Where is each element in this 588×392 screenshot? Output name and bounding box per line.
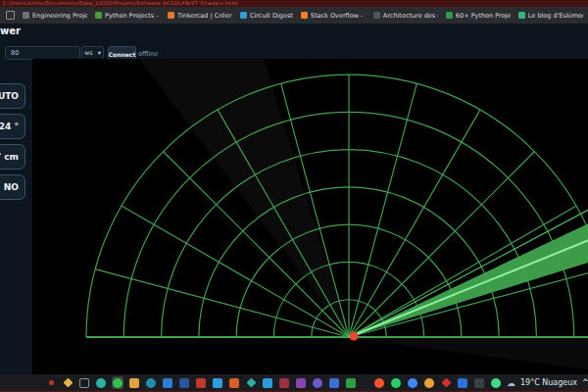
- connect-label: Connect: [109, 51, 136, 58]
- outlook-icon[interactable]: [162, 376, 173, 389]
- weather-cloud-icon[interactable]: ☁: [507, 378, 515, 388]
- bookmark-label: Python Projects - Be...: [105, 12, 160, 20]
- brave-icon[interactable]: [373, 376, 385, 389]
- bookmark-label: Engineering Projects: [32, 12, 87, 20]
- green-dot-icon[interactable]: [490, 376, 502, 389]
- edge-sphere-icon[interactable]: [95, 376, 107, 389]
- bookmark-label: Le blog d'Eskimon: [528, 12, 583, 20]
- ubuntu-icon[interactable]: [228, 376, 240, 389]
- whatsapp-icon[interactable]: [390, 376, 402, 389]
- eskimon-blog-favicon: [518, 12, 525, 19]
- connection-status: offline: [138, 50, 158, 58]
- bookmark-item[interactable]: 60+ Python Projects...: [446, 12, 511, 20]
- app-blue2-icon[interactable]: [457, 376, 468, 389]
- circuit-digest-favicon: [240, 12, 247, 19]
- page-title: wer: [0, 25, 21, 36]
- sidebar-value-7-cm[interactable]: 7 cm: [0, 144, 25, 170]
- app-sphere-icon[interactable]: [145, 376, 157, 389]
- photos-icon[interactable]: [212, 376, 223, 389]
- copilot-icon[interactable]: [62, 376, 74, 389]
- tinkercad-favicon: [168, 12, 174, 19]
- radar-display-canvas: [32, 59, 588, 374]
- app-dark-icon[interactable]: [473, 376, 485, 389]
- record-dot-icon[interactable]: [45, 376, 57, 389]
- app-purple-icon[interactable]: [295, 376, 307, 389]
- bookmark-label: Circuit Digest: [250, 12, 293, 20]
- python-projects-favicon: [95, 12, 102, 19]
- visual-studio-icon[interactable]: [278, 376, 290, 389]
- app-blue-icon[interactable]: [328, 376, 340, 389]
- sidebar-value-no[interactable]: NO: [0, 174, 25, 200]
- bookmark-item[interactable]: Circuit Digest: [240, 12, 293, 20]
- bookmark-item[interactable]: Python Projects - Be...: [95, 12, 160, 20]
- file-explorer-icon[interactable]: [128, 376, 140, 389]
- chevron-down-icon: ▾: [98, 49, 101, 57]
- port-input[interactable]: [5, 46, 80, 60]
- app-green-icon[interactable]: [345, 376, 357, 389]
- word-icon[interactable]: [178, 376, 190, 389]
- sidebar-value-auto[interactable]: AUTO: [0, 83, 25, 109]
- stack-overflow-favicon: [301, 12, 308, 19]
- chrome-icon[interactable]: [407, 376, 418, 389]
- bookmark-item[interactable]: Le blog d'Eskimon: [518, 12, 583, 20]
- system-tray: ☁ 19°C Nuageux ^ ◀ ☁: [507, 378, 588, 388]
- vscode-icon[interactable]: [262, 376, 273, 389]
- windows-taskbar: ☁ 19°C Nuageux ^ ◀ ☁: [0, 374, 588, 391]
- window-path-bar: C:/Users/kimle/Documents/Data_LICOO/Proj…: [0, 0, 588, 7]
- bookmark-label: 60+ Python Projects...: [456, 12, 511, 20]
- app-violet-icon[interactable]: [312, 376, 323, 389]
- bookmark-item[interactable]: Architecture des mi...: [373, 12, 438, 20]
- red-diamond-icon[interactable]: [440, 376, 452, 389]
- task-view-icon[interactable]: [78, 376, 90, 389]
- apps-grid-icon[interactable]: [6, 11, 15, 20]
- app-red-icon[interactable]: [195, 376, 207, 389]
- bookmark-label: Tinkercad | Créer de...: [177, 12, 232, 20]
- protocol-select[interactable]: ws ▾: [81, 46, 104, 60]
- teal-diamond-icon[interactable]: [245, 376, 257, 389]
- weather-text[interactable]: 19°C Nuageux: [520, 378, 577, 387]
- architecture-favicon: [373, 12, 380, 19]
- bookmark-label: Stack Overflow - W...: [311, 12, 366, 20]
- sidebar-value-24-[interactable]: 24 °: [0, 114, 25, 139]
- chrome-beta-icon[interactable]: [423, 376, 435, 389]
- bookmark-item[interactable]: Engineering Projects: [23, 12, 87, 20]
- bookmark-item[interactable]: Tinkercad | Créer de...: [168, 12, 232, 20]
- python-60-favicon: [446, 12, 453, 19]
- tray-chevron-up-icon[interactable]: ^: [582, 378, 588, 387]
- file-path-text: C:/Users/kimle/Documents/Data_LICOO/Proj…: [3, 0, 238, 6]
- active-app-icon[interactable]: [112, 376, 123, 389]
- bookmarks-bar: Engineering ProjectsPython Projects - Be…: [0, 7, 588, 24]
- protocol-value: ws: [84, 49, 93, 57]
- bookmark-item[interactable]: Stack Overflow - W...: [301, 12, 366, 20]
- radar-app-page: wer ws ▾ Connect offline AUTO24 °7 cmNO: [0, 24, 588, 374]
- bookmark-label: Architecture des mi...: [383, 12, 438, 20]
- engineering-projects-favicon: [23, 12, 29, 19]
